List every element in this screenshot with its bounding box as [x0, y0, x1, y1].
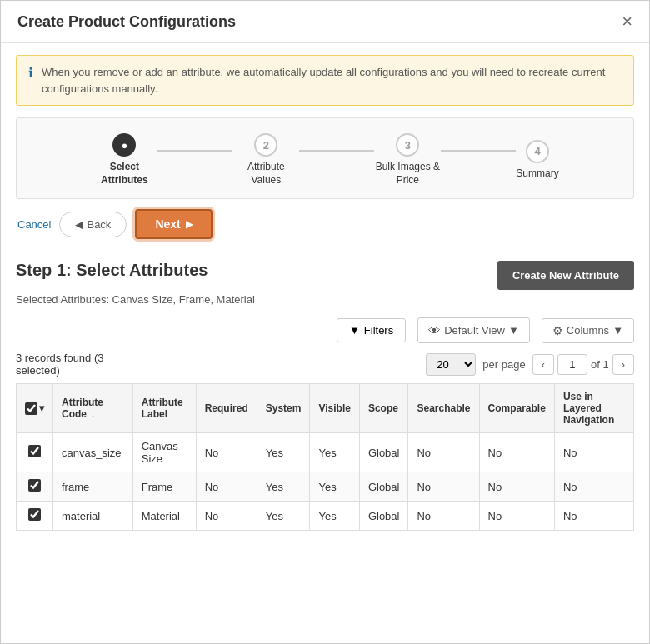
- current-page: 1: [558, 354, 588, 375]
- step-3-label: Bulk Images & Price: [374, 161, 441, 187]
- next-page-button[interactable]: ›: [612, 354, 634, 375]
- row-checkbox[interactable]: [28, 445, 41, 457]
- modal-header: Create Product Configurations ×: [1, 1, 649, 43]
- row-scope: Global: [359, 433, 408, 472]
- row-searchable: No: [408, 433, 479, 472]
- row-code: material: [53, 502, 133, 531]
- row-system: Yes: [257, 433, 310, 472]
- th-attribute-code: Attribute Code ↓: [53, 384, 133, 433]
- gear-icon: ⚙: [552, 324, 563, 337]
- row-scope: Global: [359, 472, 408, 502]
- records-info: 3 records found (3 selected): [16, 352, 104, 377]
- row-visible: Yes: [310, 502, 359, 531]
- step-3-circle: 3: [396, 133, 419, 157]
- back-chevron-icon: ◀: [75, 218, 83, 231]
- step-1-label: Select Attributes: [91, 161, 158, 187]
- row-code: canvas_size: [53, 433, 133, 472]
- row-label: Material: [132, 502, 196, 531]
- view-chevron-icon: ▼: [508, 324, 519, 337]
- columns-label: Columns: [567, 324, 609, 337]
- th-system: System: [257, 384, 310, 433]
- per-page-control: 20 50 100 per page ‹ 1 of 1 ›: [426, 353, 634, 376]
- row-comparable: No: [479, 433, 554, 472]
- columns-button[interactable]: ⚙ Columns ▼: [542, 318, 634, 343]
- row-required: No: [196, 472, 257, 502]
- table-row: frame Frame No Yes Yes Global No No No: [17, 472, 634, 502]
- selected-attributes-label: Selected Attributes: Canvas Size, Frame,…: [16, 293, 634, 306]
- next-button[interactable]: Next: [135, 209, 212, 239]
- attributes-table: ▾ Attribute Code ↓ Attribute Label Requi…: [16, 383, 634, 531]
- row-checkbox-cell[interactable]: [17, 472, 53, 502]
- select-all-checkbox[interactable]: [25, 402, 38, 415]
- row-required: No: [196, 433, 257, 472]
- th-required: Required: [196, 384, 257, 433]
- row-comparable: No: [479, 502, 554, 531]
- close-button[interactable]: ×: [622, 12, 632, 31]
- default-view-button[interactable]: 👁 Default View ▼: [418, 317, 530, 343]
- row-checkbox-cell[interactable]: [17, 502, 53, 531]
- th-checkbox: ▾: [17, 384, 53, 433]
- table-row: material Material No Yes Yes Global No N…: [17, 502, 634, 531]
- step-2-label: Attribute Values: [232, 161, 299, 187]
- per-page-select[interactable]: 20 50 100: [426, 353, 476, 376]
- per-page-label: per page: [482, 358, 525, 371]
- step-4-circle: 4: [526, 140, 549, 163]
- view-label: Default View: [444, 324, 505, 337]
- row-layered: No: [554, 433, 633, 472]
- step-1-circle: ●: [112, 133, 136, 157]
- info-banner: ℹ When you remove or add an attribute, w…: [16, 55, 634, 106]
- step-3: 3 Bulk Images & Price: [374, 133, 441, 187]
- filter-label: Filters: [364, 324, 393, 337]
- row-visible: Yes: [310, 433, 359, 472]
- step-connector-2: [299, 150, 374, 152]
- row-comparable: No: [479, 472, 554, 502]
- page-nav: ‹ 1 of 1 ›: [532, 354, 634, 375]
- prev-page-button[interactable]: ‹: [532, 354, 554, 375]
- toolbar: ▼ Filters 👁 Default View ▼ ⚙ Columns ▼: [16, 317, 634, 343]
- row-checkbox[interactable]: [28, 479, 41, 492]
- filter-icon: ▼: [349, 324, 360, 337]
- records-count: 3 records found (3: [16, 352, 104, 364]
- columns-chevron-icon: ▼: [612, 324, 623, 337]
- steps-row: ● Select Attributes 2 Attribute Values 3…: [42, 133, 608, 187]
- info-icon: ℹ: [28, 65, 33, 81]
- table-row: canvas_size Canvas Size No Yes Yes Globa…: [17, 433, 634, 472]
- row-code: frame: [53, 472, 133, 502]
- row-system: Yes: [257, 472, 310, 502]
- cancel-button[interactable]: Cancel: [18, 218, 51, 231]
- row-label: Frame: [132, 472, 196, 502]
- table-header-row: ▾ Attribute Code ↓ Attribute Label Requi…: [17, 384, 634, 433]
- banner-text: When you remove or add an attribute, we …: [42, 64, 622, 97]
- back-label: Back: [87, 218, 111, 231]
- back-button[interactable]: ◀ Back: [59, 212, 127, 237]
- row-checkbox-cell[interactable]: [17, 433, 53, 472]
- modal-container: Create Product Configurations × ℹ When y…: [0, 0, 650, 644]
- row-layered: No: [554, 472, 633, 502]
- step-heading-row: Step 1: Select Attributes Create New Att…: [16, 261, 634, 290]
- steps-bar: ● Select Attributes 2 Attribute Values 3…: [16, 117, 634, 199]
- step-connector-3: [441, 150, 516, 152]
- row-layered: No: [554, 502, 633, 531]
- step-connector-1: [158, 150, 232, 152]
- step-2-circle: 2: [254, 133, 278, 157]
- th-layered: Use in Layered Navigation: [554, 384, 633, 433]
- create-new-attribute-button[interactable]: Create New Attribute: [498, 261, 634, 290]
- row-searchable: No: [408, 502, 479, 531]
- row-scope: Global: [359, 502, 408, 531]
- eye-icon: 👁: [428, 323, 441, 337]
- pagination-row: 3 records found (3 selected) 20 50 100 p…: [16, 352, 634, 377]
- filters-button[interactable]: ▼ Filters: [337, 318, 406, 342]
- th-comparable: Comparable: [479, 384, 554, 433]
- th-scope: Scope: [359, 384, 408, 433]
- th-searchable: Searchable: [408, 384, 479, 433]
- row-visible: Yes: [310, 472, 359, 502]
- sort-code-icon: ↓: [91, 410, 95, 419]
- page-total: of 1: [591, 358, 609, 371]
- step-2: 2 Attribute Values: [232, 133, 299, 187]
- row-required: No: [196, 502, 257, 531]
- records-selected: selected): [16, 364, 60, 377]
- modal-title: Create Product Configurations: [18, 13, 236, 31]
- step-heading: Step 1: Select Attributes: [16, 261, 208, 280]
- row-checkbox[interactable]: [28, 508, 41, 521]
- row-searchable: No: [408, 472, 479, 502]
